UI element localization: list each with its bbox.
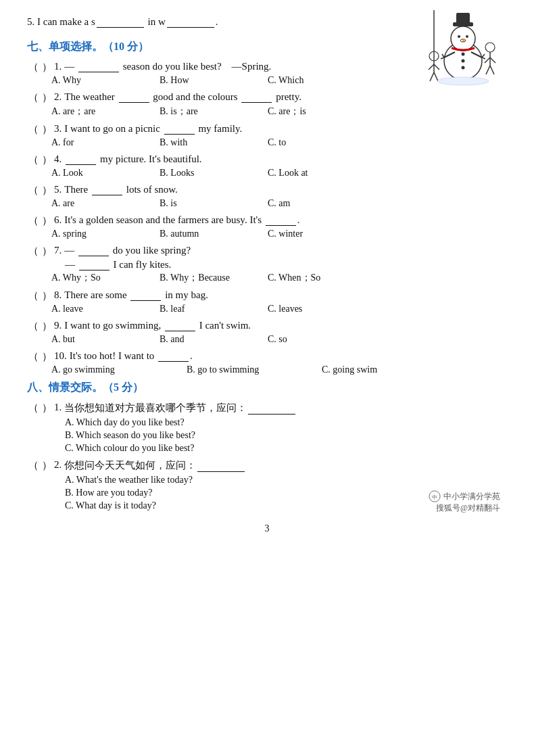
svg-point-29 xyxy=(437,77,489,85)
q7-4-blank[interactable] xyxy=(66,154,96,165)
q7-9-options: A. but B. and C. so xyxy=(51,334,507,345)
q8-2-blank[interactable] xyxy=(197,461,245,472)
q7-3: （ ） 3. I want to go on a picnic my famil… xyxy=(27,123,507,148)
q7-7-row1: （ ） 7. — do you like spring? xyxy=(27,245,507,258)
q5-blank1[interactable] xyxy=(97,17,144,28)
q7-6: （ ） 6. It's a golden season and the farm… xyxy=(27,214,507,239)
q8-2-paren: （ xyxy=(27,459,39,472)
q8-2-row: （ ） 2. 你想问今天天气如何，应问： xyxy=(27,459,507,473)
q7-5-options: A. are B. is C. am xyxy=(51,198,507,209)
q7-8-row: （ ） 8. There are some in my bag. xyxy=(27,289,507,302)
q7-4-paren: （ xyxy=(27,153,39,166)
q7-5-paren: （ xyxy=(27,184,39,197)
q7-7: （ ） 7. — do you like spring? — I can fly… xyxy=(27,245,507,284)
svg-point-10 xyxy=(462,66,465,70)
q7-9-optC: C. so xyxy=(268,334,376,345)
q7-2-optB: B. is；are xyxy=(160,105,268,118)
watermark: 中 中小学满分学苑 搜狐号@对精翻斗 xyxy=(429,490,500,514)
q7-9-paren: （ xyxy=(27,320,39,333)
q7-3-optB: B. with xyxy=(160,137,268,148)
svg-line-26 xyxy=(490,57,495,63)
q7-8-text: There are some in my bag. xyxy=(64,289,507,301)
svg-line-15 xyxy=(482,54,485,57)
q7-10-blank[interactable] xyxy=(158,351,189,362)
q7-8-optB: B. leaf xyxy=(160,304,268,314)
page-num-text: 3 xyxy=(265,523,270,534)
q7-4-optC: C. Look at xyxy=(268,168,376,179)
q8-1: （ ） 1. 当你想知道对方最喜欢哪个季节，应问： A. Which day d… xyxy=(27,402,507,454)
q7-3-blank[interactable] xyxy=(164,124,195,135)
svg-line-12 xyxy=(442,54,444,57)
q7-10-paren: （ xyxy=(27,350,39,363)
q7-6-optB: B. autumn xyxy=(160,229,268,239)
q7-2: （ ） 2. The weather good and the colours … xyxy=(27,91,507,118)
q7-7-text1: — do you like spring? xyxy=(64,245,507,256)
q7-6-text: It's a golden season and the farmers are… xyxy=(64,214,507,226)
q7-5: （ ） 5. There lots of snow. A. are B. is … xyxy=(27,184,507,209)
q7-1-blank[interactable] xyxy=(78,62,119,72)
watermark-line1: 中小学满分学苑 xyxy=(443,491,500,502)
q7-8-blank[interactable] xyxy=(130,290,161,301)
q7-2-optC: C. are；is xyxy=(268,105,376,118)
q7-9-optB: B. and xyxy=(160,334,268,345)
svg-point-23 xyxy=(485,43,495,52)
q7-10-optC: C. going swim xyxy=(322,364,430,375)
section-8-title: 八、情景交际。（5 分） xyxy=(27,381,507,395)
watermark-line2: 搜狐号@对精翻斗 xyxy=(429,502,500,514)
q7-6-row: （ ） 6. It's a golden season and the farm… xyxy=(27,214,507,227)
q7-4-paren2: ） xyxy=(41,153,53,166)
q7-2-paren: （ xyxy=(27,91,39,104)
q7-7-options: A. Why；So B. Why；Because C. When；So xyxy=(51,272,507,284)
q5-blank2[interactable] xyxy=(167,17,214,28)
q7-4-options: A. Look B. Looks C. Look at xyxy=(51,168,507,179)
q7-3-paren2: ） xyxy=(41,123,53,136)
q7-7-blank2[interactable] xyxy=(79,260,110,270)
q7-2-row: （ ） 2. The weather good and the colours … xyxy=(27,91,507,104)
svg-point-3 xyxy=(466,35,468,38)
q7-6-optA: A. spring xyxy=(51,229,160,239)
q7-5-row: （ ） 5. There lots of snow. xyxy=(27,184,507,197)
q7-10-paren2: ） xyxy=(41,350,53,363)
section-7: 七、单项选择。（10 分） （ ） 1. — season do you lik… xyxy=(27,40,507,375)
q7-10-optA: A. go swimming xyxy=(51,364,187,375)
q7-3-optC: C. to xyxy=(268,137,376,148)
q8-2-optA: A. What's the weather like today? xyxy=(65,475,507,486)
q5-label: 5. I can make a s xyxy=(27,16,95,27)
q8-1-blank[interactable] xyxy=(248,404,295,415)
page-content: 5. I can make a s in w. 七、单项选择。（10 分） （ … xyxy=(27,14,507,534)
q7-10-optB: B. go to swimming xyxy=(187,364,322,375)
q7-6-paren2: ） xyxy=(41,214,53,227)
q7-9-blank[interactable] xyxy=(165,321,195,331)
q7-2-text: The weather good and the colours pretty. xyxy=(64,91,507,103)
watermark-icon: 中 xyxy=(429,490,441,502)
svg-line-25 xyxy=(485,57,490,63)
q7-9-row: （ ） 9. I want to go swimming, I can't sw… xyxy=(27,320,507,333)
q7-1-optA: A. Why xyxy=(51,75,160,86)
svg-line-16 xyxy=(482,57,485,59)
svg-point-8 xyxy=(462,53,465,56)
q7-5-optA: A. are xyxy=(51,198,160,209)
q7-1-optB: B. How xyxy=(160,75,268,86)
q7-7-blank1[interactable] xyxy=(78,245,109,256)
q7-1-paren: （ xyxy=(27,61,39,74)
svg-line-22 xyxy=(434,72,438,81)
q7-6-paren: （ xyxy=(27,214,39,227)
q7-5-text: There lots of snow. xyxy=(64,184,507,195)
snowman-illustration xyxy=(412,10,507,88)
q7-1-paren2: ） xyxy=(41,61,53,74)
q7-6-blank[interactable] xyxy=(266,215,296,226)
q7-1-num: 1. xyxy=(54,61,62,72)
q8-1-paren2: ） xyxy=(41,402,53,415)
q7-5-paren2: ） xyxy=(41,184,53,197)
q7-4-text: my picture. It's beautiful. xyxy=(64,153,507,165)
q7-5-blank[interactable] xyxy=(92,185,122,195)
q8-1-optC: C. Which colour do you like best? xyxy=(65,443,507,454)
q7-2-blank2[interactable] xyxy=(241,92,272,103)
q8-1-optA: A. Which day do you like best? xyxy=(65,417,507,428)
q7-2-blank1[interactable] xyxy=(119,92,149,103)
page-number: 3 xyxy=(27,523,507,534)
q8-2-paren2: ） xyxy=(41,459,53,472)
q8-1-num: 1. xyxy=(54,402,62,413)
q7-7-optC: C. When；So xyxy=(268,272,376,284)
q7-8-optC: C. leaves xyxy=(268,304,376,314)
